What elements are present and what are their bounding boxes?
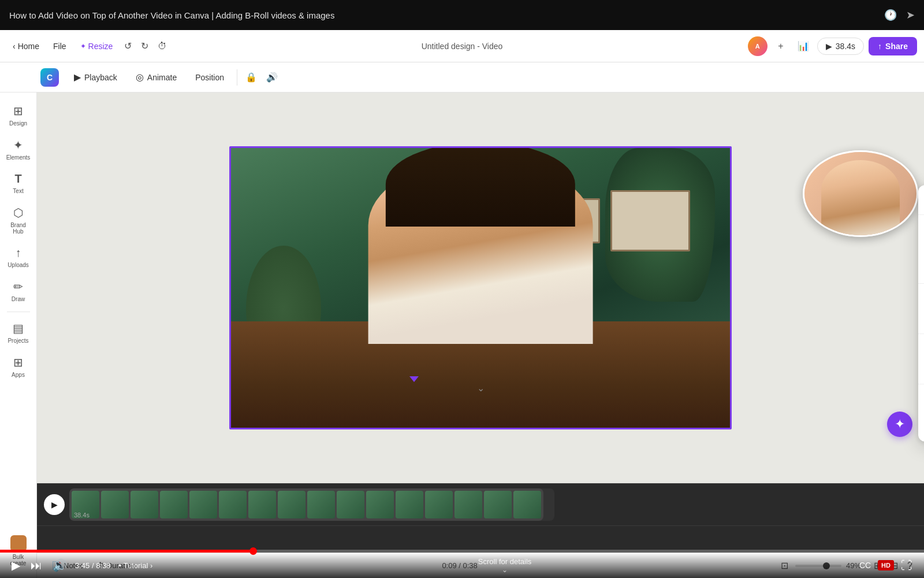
elements-icon: ✦ bbox=[13, 138, 23, 152]
secondary-bar: C ▶ Playback ◎ Animate Position 🔒 🔊 bbox=[0, 62, 924, 92]
clock-icon[interactable]: 🕐 bbox=[884, 9, 897, 21]
ctx-add-page[interactable]: + Add page ⌘↵ bbox=[918, 215, 924, 237]
yt-progress-bar[interactable] bbox=[0, 550, 924, 553]
animate-icon: ◎ bbox=[136, 72, 144, 83]
left-sidebar: ⊞ Design ✦ Elements T Text ⬡ Brand Hub ↑… bbox=[0, 92, 37, 578]
lock-button[interactable]: 🔒 bbox=[242, 68, 260, 86]
tl-thumb-6 bbox=[219, 491, 247, 518]
timeline-segment[interactable] bbox=[69, 488, 543, 521]
file-menu-button[interactable]: File bbox=[47, 38, 72, 54]
pip-video[interactable] bbox=[803, 150, 918, 237]
tl-thumb-11 bbox=[366, 491, 394, 518]
tl-thumb-4 bbox=[160, 491, 188, 518]
ctx-duplicate-page[interactable]: ⧉ Duplicate page ⌘D bbox=[918, 237, 924, 259]
ctx-add-transition[interactable]: ◎ Add transition bbox=[918, 336, 924, 359]
context-menu: Add page title ✏ + Add page ⌘↵ bbox=[918, 185, 924, 442]
play-icon: ▶ bbox=[826, 42, 832, 51]
canva-app: ‹ Home File ✦ Resize ↺ ↻ ⏱ Untitled desi… bbox=[0, 30, 924, 578]
timeline-play-button[interactable]: ▶ bbox=[44, 494, 65, 515]
position-label: Position bbox=[195, 73, 224, 82]
file-label: File bbox=[53, 42, 66, 51]
resize-label: Resize bbox=[88, 42, 113, 51]
redo-button[interactable]: ↻ bbox=[137, 37, 152, 55]
tl-thumb-5 bbox=[189, 491, 217, 518]
apps-icon: ⊞ bbox=[13, 355, 23, 369]
chevron-down-icon bbox=[409, 376, 419, 382]
resize-icon: ✦ bbox=[80, 42, 86, 50]
yt-right-controls: CC HD ⛶ bbox=[857, 557, 915, 575]
toolbar-divider bbox=[237, 69, 237, 86]
resize-button[interactable]: ✦ Resize bbox=[74, 38, 119, 54]
playback-button[interactable]: ▶ Playback bbox=[66, 68, 125, 87]
share-icon[interactable]: ➤ bbox=[906, 9, 915, 21]
avatar[interactable]: A bbox=[748, 36, 767, 56]
yt-play-button[interactable]: ▶ bbox=[9, 556, 23, 575]
yt-skip-button[interactable]: ⏭ bbox=[28, 557, 44, 575]
timeline-track: 38.4s bbox=[69, 488, 554, 521]
draw-icon: ✏ bbox=[13, 280, 23, 294]
top-bar: ‹ Home File ✦ Resize ↺ ↻ ⏱ Untitled desi… bbox=[0, 30, 924, 62]
play-preview-button[interactable]: ▶ 38.4s bbox=[817, 38, 864, 55]
yt-mute-button[interactable]: 🔊 bbox=[50, 556, 69, 575]
pip-person bbox=[821, 160, 900, 235]
yt-video-title: How to Add Video on Top of Another Video… bbox=[9, 10, 884, 20]
tl-thumb-7 bbox=[248, 491, 276, 518]
tl-thumb-13 bbox=[425, 491, 453, 518]
main-area: ⊞ Design ✦ Elements T Text ⬡ Brand Hub ↑… bbox=[0, 92, 924, 578]
sidebar-label-elements: Elements bbox=[6, 154, 31, 161]
sidebar-item-design[interactable]: ⊞ Design bbox=[2, 99, 35, 131]
sidebar-item-projects[interactable]: ▤ Projects bbox=[2, 317, 35, 349]
hair bbox=[386, 148, 575, 227]
yt-controls-row: ▶ ⏭ 🔊 3:45 / 8:38 • Tutorial › Scroll fo… bbox=[0, 553, 924, 578]
selection-handle bbox=[409, 376, 419, 382]
canva-logo: C bbox=[40, 68, 59, 87]
sidebar-label-design: Design bbox=[9, 120, 27, 127]
share-button[interactable]: ↑ Share bbox=[869, 37, 917, 55]
share-label: Share bbox=[885, 42, 908, 51]
sidebar-item-text[interactable]: T Text bbox=[2, 168, 35, 199]
sidebar-item-brand[interactable]: ⬡ Brand Hub bbox=[2, 201, 35, 239]
ctx-split-page[interactable]: ⊡ Split page S bbox=[918, 359, 924, 381]
yt-fullscreen-button[interactable]: ⛶ bbox=[899, 557, 915, 575]
ctx-hide-page[interactable]: ◉ Hide page bbox=[918, 286, 924, 309]
clock-history-button[interactable]: ⏱ bbox=[154, 38, 170, 55]
sidebar-divider bbox=[7, 312, 30, 312]
yt-title-icons: 🕐 ➤ bbox=[884, 9, 915, 21]
wall-frame-1 bbox=[610, 190, 690, 251]
yt-progress-fill bbox=[0, 550, 249, 553]
animate-button[interactable]: ◎ Animate bbox=[128, 68, 185, 87]
brand-icon: ⬡ bbox=[13, 206, 23, 220]
position-button[interactable]: Position bbox=[187, 69, 232, 86]
yt-time-display: 3:45 / 8:38 bbox=[75, 561, 110, 570]
yt-progress-thumb[interactable] bbox=[249, 547, 257, 555]
sidebar-item-apps[interactable]: ⊞ Apps bbox=[2, 351, 35, 383]
yt-chevron-down: ⌄ bbox=[158, 566, 851, 574]
ctx-divider-3 bbox=[918, 384, 924, 384]
sidebar-item-uploads[interactable]: ↑ Uploads bbox=[2, 242, 35, 273]
analytics-button[interactable]: 📊 bbox=[794, 37, 813, 55]
tl-thumb-16 bbox=[513, 491, 541, 518]
yt-subtitles-button[interactable]: CC bbox=[857, 558, 873, 572]
yt-hd-badge[interactable]: HD bbox=[878, 560, 894, 570]
uploads-icon: ↑ bbox=[16, 246, 21, 260]
sidebar-item-draw[interactable]: ✏ Draw bbox=[2, 275, 35, 307]
undo-button[interactable]: ↺ bbox=[121, 37, 135, 55]
ctx-lock-page[interactable]: 🔒 Lock page ⌥⌘L bbox=[918, 309, 924, 331]
ctx-notes[interactable]: 📋 Notes bbox=[918, 387, 924, 409]
yt-chapter: • Tutorial › bbox=[118, 561, 152, 570]
chevron-left-icon: ‹ bbox=[13, 42, 16, 51]
back-home-button[interactable]: ‹ Home bbox=[7, 38, 45, 54]
canvas-area: ⌄ Add page title ✏ + Add page ⌘↵ bbox=[37, 92, 924, 578]
audio-button[interactable]: 🔊 bbox=[263, 68, 281, 86]
canvas-wrapper: ⌄ Add page title ✏ + Add page ⌘↵ bbox=[37, 92, 924, 483]
ctx-delete-page[interactable]: 🗑 Delete page DELETE bbox=[918, 259, 924, 281]
tl-thumb-12 bbox=[396, 491, 423, 518]
sidebar-label-text: Text bbox=[13, 188, 23, 194]
sidebar-item-elements[interactable]: ✦ Elements bbox=[2, 134, 35, 165]
yt-bottom-overlay: ▶ ⏭ 🔊 3:45 / 8:38 • Tutorial › Scroll fo… bbox=[0, 550, 924, 578]
top-bar-right: A + 📊 ▶ 38.4s ↑ Share bbox=[748, 36, 917, 56]
add-collaborator-button[interactable]: + bbox=[772, 38, 789, 55]
floating-add-button[interactable]: ✦ bbox=[887, 412, 912, 437]
expand-panel-icon[interactable]: ⌄ bbox=[477, 383, 485, 394]
sidebar-label-draw: Draw bbox=[12, 296, 25, 302]
